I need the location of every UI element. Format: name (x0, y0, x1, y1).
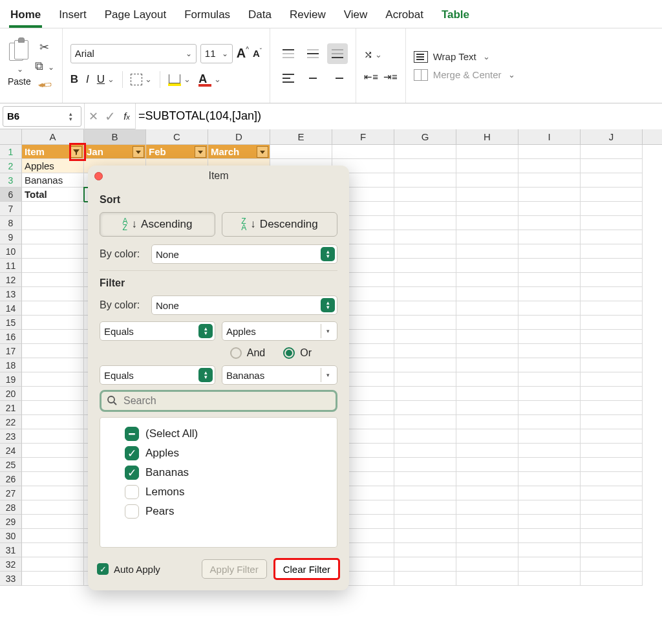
condition2-operator-select[interactable]: Equals ▴▾ (100, 365, 215, 385)
bold-button[interactable]: B (70, 73, 78, 86)
row-header-3[interactable]: 3 (0, 173, 22, 188)
align-right-button[interactable] (327, 68, 348, 89)
formula-accept-icon[interactable]: ✓ (101, 109, 118, 124)
cell[interactable] (456, 372, 518, 387)
name-box-stepper[interactable]: ▴▾ (69, 111, 78, 122)
cell-A2[interactable]: Apples (22, 159, 84, 173)
list-item[interactable]: Pears (105, 502, 332, 521)
cell[interactable] (581, 500, 643, 515)
cell[interactable] (394, 472, 456, 486)
cell[interactable] (518, 173, 581, 188)
cell[interactable] (456, 572, 518, 586)
format-painter-icon[interactable]: 🖌 (36, 76, 53, 94)
cell[interactable] (581, 387, 643, 401)
cell[interactable] (22, 543, 84, 557)
table-header-march[interactable]: March (208, 145, 270, 159)
cell[interactable] (456, 557, 518, 572)
cell[interactable] (456, 202, 518, 216)
row-header-15[interactable]: 15 (0, 316, 22, 330)
cell[interactable] (518, 244, 581, 259)
sort-ascending-button[interactable]: AZ↓ Ascending (100, 212, 215, 237)
cell[interactable] (394, 188, 456, 202)
auto-apply-checkbox[interactable]: ✓ Auto Apply (97, 563, 160, 575)
cell[interactable] (394, 429, 456, 444)
row-header-14[interactable]: 14 (0, 301, 22, 316)
cell[interactable] (270, 145, 332, 159)
cell[interactable] (22, 273, 84, 287)
align-center-button[interactable] (303, 68, 323, 89)
cell[interactable] (22, 415, 84, 429)
cell[interactable] (22, 529, 84, 543)
clear-filter-button[interactable]: Clear Filter (273, 558, 340, 580)
and-radio[interactable]: And (230, 347, 265, 359)
apply-filter-button[interactable]: Apply Filter (202, 559, 267, 579)
cell[interactable] (22, 287, 84, 301)
cell[interactable] (581, 543, 643, 557)
table-header-item[interactable]: Item (22, 145, 84, 159)
cell[interactable] (456, 458, 518, 472)
underline-button[interactable]: U⌄ (97, 73, 114, 86)
cell[interactable] (518, 230, 581, 244)
cell[interactable] (394, 358, 456, 372)
align-bottom-button[interactable] (327, 43, 348, 64)
cell[interactable] (581, 301, 643, 316)
sort-by-color-select[interactable]: None ▴▾ (151, 244, 337, 264)
cell[interactable] (394, 230, 456, 244)
row-header-31[interactable]: 31 (0, 543, 22, 557)
formula-input[interactable] (136, 103, 662, 129)
cell[interactable] (394, 415, 456, 429)
increase-indent-button[interactable]: ⇥≡ (383, 71, 398, 83)
cell[interactable] (22, 401, 84, 415)
cell[interactable] (394, 159, 456, 173)
cell[interactable] (456, 472, 518, 486)
cell[interactable] (518, 145, 581, 159)
row-header-8[interactable]: 8 (0, 216, 22, 230)
font-color-button[interactable]: A ⌄ (198, 72, 221, 87)
cell[interactable] (394, 486, 456, 500)
row-header-32[interactable]: 32 (0, 557, 22, 572)
cell[interactable] (22, 372, 84, 387)
cell[interactable] (22, 557, 84, 572)
cell[interactable] (518, 529, 581, 543)
cell[interactable] (518, 444, 581, 458)
row-header-22[interactable]: 22 (0, 415, 22, 429)
condition2-value-select[interactable]: Bananas ▾ (222, 365, 337, 385)
font-name-select[interactable]: Arial ⌄ (70, 44, 197, 63)
col-header-H[interactable]: H (456, 129, 518, 144)
row-header-28[interactable]: 28 (0, 500, 22, 515)
formula-cancel-icon[interactable]: ✕ (85, 109, 101, 123)
cell[interactable] (581, 244, 643, 259)
name-box[interactable]: ▴▾ (3, 106, 81, 127)
cell[interactable] (581, 216, 643, 230)
cell[interactable] (456, 173, 518, 188)
cell[interactable] (518, 486, 581, 500)
decrease-indent-button[interactable]: ⇤≡ (364, 71, 378, 83)
cell[interactable] (394, 145, 456, 159)
row-header-12[interactable]: 12 (0, 273, 22, 287)
cell[interactable] (581, 230, 643, 244)
cell[interactable] (518, 429, 581, 444)
cell[interactable] (394, 458, 456, 472)
row-header-9[interactable]: 9 (0, 230, 22, 244)
cell[interactable] (581, 316, 643, 330)
col-header-G[interactable]: G (394, 129, 456, 144)
cell[interactable] (518, 259, 581, 273)
fill-color-button[interactable]: ⌄ (168, 73, 191, 86)
cell[interactable] (518, 515, 581, 529)
cell[interactable] (22, 259, 84, 273)
tab-insert[interactable]: Insert (58, 5, 88, 28)
row-header-13[interactable]: 13 (0, 287, 22, 301)
tab-acrobat[interactable]: Acrobat (384, 5, 425, 28)
cell[interactable] (394, 244, 456, 259)
cell[interactable] (22, 301, 84, 316)
cell[interactable] (394, 543, 456, 557)
cell[interactable] (581, 486, 643, 500)
cell[interactable] (581, 287, 643, 301)
filter-search-input[interactable] (122, 394, 330, 407)
cell[interactable] (22, 458, 84, 472)
row-header-23[interactable]: 23 (0, 429, 22, 444)
cell[interactable] (456, 273, 518, 287)
cell[interactable] (22, 572, 84, 586)
cell[interactable] (394, 259, 456, 273)
cell[interactable] (581, 572, 643, 586)
